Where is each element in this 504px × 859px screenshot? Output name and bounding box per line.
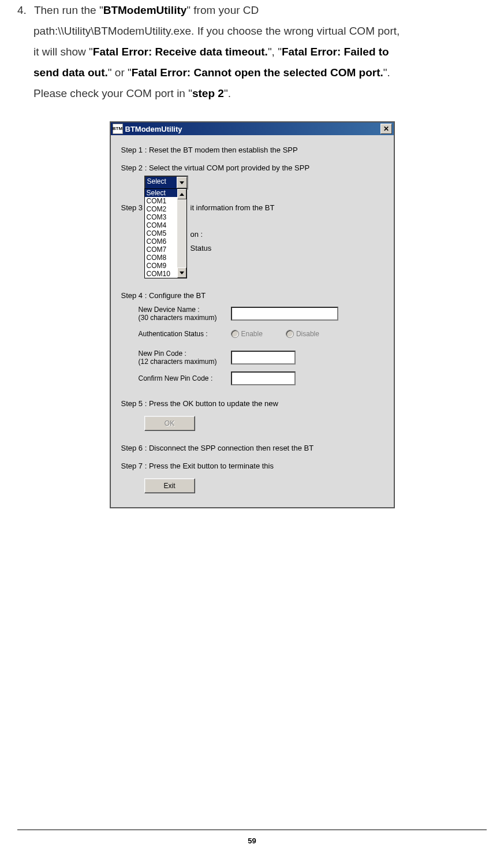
document-page: 4. Then run the "BTModemUtility" from yo…: [0, 0, 504, 859]
text: " or ": [108, 66, 132, 79]
step2-label: Step 2 : Select the virtual COM port pro…: [121, 163, 383, 172]
step5-label: Step 5 : Press the OK button to update t…: [121, 399, 383, 408]
footer-divider: [17, 830, 487, 830]
close-icon: ✕: [383, 125, 389, 133]
disable-radio-label: Disable: [296, 330, 319, 338]
scroll-track[interactable]: [177, 199, 186, 267]
app-icon: BTM: [113, 124, 123, 134]
page-number: 59: [0, 836, 504, 845]
chevron-down-icon: [180, 272, 184, 274]
dropdown-item[interactable]: COM6: [145, 237, 177, 246]
com-port-combo-row: Select Select COM1 COM2 COM3 COM4 COM5 C…: [144, 176, 383, 188]
step6-label: Step 6 : Disconnect the SPP connection t…: [121, 444, 383, 452]
dropdown-item[interactable]: COM1: [145, 197, 177, 205]
step4-block: Step 4 : Configure the BT New Device Nam…: [121, 291, 383, 385]
step3-text-partial-a: it information from the BT: [191, 203, 275, 212]
ok-button-label: OK: [165, 419, 174, 427]
dialog-client-area: Step 1 : Reset the BT modem then establi…: [111, 135, 394, 507]
step3-label: Step 3 :: [121, 203, 147, 212]
step1-label: Step 1 : Reset the BT modem then establi…: [121, 146, 383, 154]
new-device-name-row: New Device Name : (30 characters maximum…: [139, 306, 383, 322]
new-device-name-hint: (30 characters maximum): [139, 314, 217, 322]
step3-text-partial-c: Status: [191, 244, 212, 252]
confirm-pin-row: Confirm New Pin Code :: [139, 371, 383, 385]
error-msg-3: Fatal Error: Cannot open the selected CO…: [132, 66, 383, 79]
com-port-combobox[interactable]: Select: [144, 176, 188, 189]
new-pin-hint: (12 characters maximum): [139, 358, 217, 366]
auth-status-row: Authentication Status : Enable Disable: [139, 330, 383, 338]
scroll-down-button[interactable]: [177, 267, 186, 278]
utility-name: BTModemUtility: [103, 4, 187, 16]
disable-radio[interactable]: [286, 330, 294, 338]
text: Then run the ": [34, 4, 103, 16]
paragraph-body: path:\\Utility\BTModemUtility.exe. If yo…: [17, 21, 487, 104]
enable-radio-label: Enable: [241, 330, 263, 338]
error-msg-1: Fatal Error: Receive data timeout.: [93, 46, 268, 58]
step7-label: Step 7 : Press the Exit button to termin…: [121, 462, 383, 470]
field-label: New Device Name : (30 characters maximum…: [139, 306, 231, 322]
dropdown-item[interactable]: COM4: [145, 221, 177, 229]
text: ", ": [268, 46, 282, 58]
enable-radio[interactable]: [231, 330, 239, 338]
new-pin-row: New Pin Code : (12 characters maximum): [139, 349, 383, 366]
text: path:\\Utility\BTModemUtility.exe. If yo…: [33, 25, 400, 37]
dropdown-list: Select COM1 COM2 COM3 COM4 COM5 COM6 COM…: [145, 189, 177, 278]
new-device-name-input[interactable]: [231, 307, 338, 321]
step2-ref: step 2: [192, 87, 224, 99]
com-port-dropdown[interactable]: Select COM1 COM2 COM3 COM4 COM5 COM6 COM…: [144, 188, 187, 278]
titlebar[interactable]: BTM BTModemUtility ✕: [111, 122, 394, 135]
chevron-up-icon: [180, 193, 184, 196]
dialog-window: BTM BTModemUtility ✕ Step 1 : Reset the …: [110, 121, 395, 508]
confirm-pin-input[interactable]: [231, 371, 296, 385]
field-label: New Pin Code : (12 characters maximum): [139, 349, 231, 366]
text: " from your CD: [186, 4, 259, 16]
close-button[interactable]: ✕: [380, 124, 392, 134]
step3-text-partial-b: on :: [191, 230, 203, 239]
dropdown-item[interactable]: COM10: [145, 270, 177, 278]
text: Please check your COM port in ": [33, 87, 192, 99]
dropdown-item[interactable]: COM2: [145, 205, 177, 213]
auth-status-label: Authentication Status :: [139, 330, 231, 338]
instruction-paragraph: 4. Then run the "BTModemUtility" from yo…: [17, 0, 487, 104]
window-title: BTModemUtility: [125, 125, 380, 133]
dropdown-item[interactable]: COM7: [145, 246, 177, 254]
dropdown-item[interactable]: COM8: [145, 254, 177, 262]
scroll-up-button[interactable]: [177, 189, 186, 199]
new-pin-input[interactable]: [231, 351, 296, 365]
new-pin-label: New Pin Code :: [139, 349, 186, 358]
new-device-name-label: New Device Name :: [139, 306, 200, 314]
dropdown-item[interactable]: COM5: [145, 229, 177, 237]
confirm-pin-label: Confirm New Pin Code :: [139, 374, 231, 382]
dropdown-scrollbar[interactable]: [177, 189, 186, 278]
step4-label: Step 4 : Configure the BT: [121, 291, 383, 300]
list-number: 4.: [17, 0, 31, 21]
chevron-down-icon: [180, 181, 184, 184]
dropdown-item[interactable]: COM9: [145, 262, 177, 270]
combobox-selected: Select: [145, 177, 177, 188]
text: ".: [383, 66, 390, 79]
text: ".: [224, 87, 231, 99]
dropdown-item[interactable]: Select: [145, 189, 177, 197]
text: it will show ": [33, 46, 93, 58]
combobox-dropdown-button[interactable]: [177, 177, 187, 188]
ok-button[interactable]: OK: [144, 416, 195, 431]
exit-button[interactable]: Exit: [144, 478, 195, 493]
app-icon-text: BTM: [113, 127, 122, 131]
exit-button-label: Exit: [163, 482, 175, 490]
dropdown-item[interactable]: COM3: [145, 213, 177, 221]
error-msg-2a: Fatal Error: Failed to: [282, 46, 389, 58]
error-msg-2b: send data out.: [33, 66, 108, 79]
